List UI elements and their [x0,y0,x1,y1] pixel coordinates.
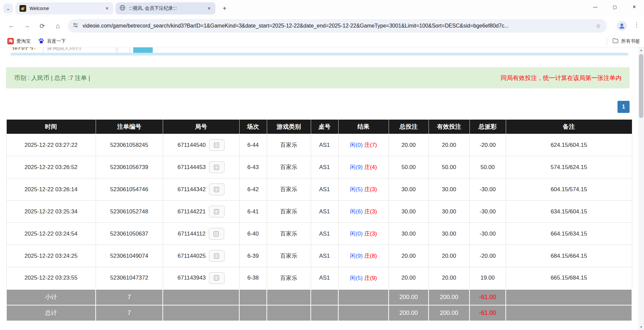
cell-result: 闲(5) 庄(9) [338,267,389,289]
col-result: 结果 [338,120,389,134]
cell-session: 6-42 [239,178,267,201]
cell-time: 2025-12-22 03:23:55 [6,267,96,289]
result-player: 闲(6) [350,208,363,215]
round-number: 671144025 [178,253,206,259]
cell-note: 604.15/574.15 [506,178,632,201]
tab-close-icon[interactable]: ✕ [206,5,212,11]
cell-table-no: AS1 [311,223,338,245]
new-tab-button[interactable]: + [220,4,229,13]
profile-avatar[interactable] [617,21,627,31]
table-row: 2025-12-22 03:27:22 523061058245 6711445… [6,134,632,156]
cell-round-no: 671144453 [163,156,239,178]
subtotal-valid-bet: 200.00 [429,289,469,305]
cell-total-bet[interactable]: 20.00 [389,267,429,289]
result-player: 闲(5) [350,275,363,281]
site-settings-icon[interactable] [72,22,79,30]
col-note: 备注 [506,120,632,134]
cell-total-bet[interactable]: 20.00 [389,245,429,267]
cell-result: 闲(0) 庄(7) [338,134,389,156]
tab-bet-records[interactable]: :::视讯, 会员下注纪录::: ✕ [115,2,215,14]
result-banker: 庄(7) [364,142,377,148]
cell-valid-bet: 30.00 [429,201,469,223]
col-table-no: 桌号 [311,120,338,134]
notice-text: 同局有效投注，统一计算在该局第一张注单内 [501,74,622,82]
cell-time: 2025-12-22 03:25:34 [6,201,96,223]
cell-result: 闲(5) 庄(3) [338,178,389,201]
subtotal-label: 小计 [6,289,96,305]
game-result-dice-button[interactable] [209,228,224,240]
baidu-paw-icon [38,38,44,45]
bookmarks-bar: 淘 爱淘宝 百度一下 所有书签 [0,35,644,47]
tab-close-icon[interactable]: ✕ [104,5,110,11]
address-bar[interactable]: videoie.com/game/betrecord_search/kind3?… [68,19,607,33]
vertical-scrollbar[interactable]: ▲ ▼ [638,47,644,330]
cell-payout: -30.00 [469,178,506,201]
browser-menu-icon[interactable]: ⋮ [634,21,640,29]
url-text[interactable]: videoie.com/game/betrecord_search/kind3?… [83,23,594,29]
scrollbar-thumb[interactable] [639,54,643,118]
cell-total-bet[interactable]: 30.00 [389,178,429,201]
table-row: 2025-12-22 03:25:34 523061052748 6711442… [6,201,632,223]
cell-table-no: AS1 [311,245,338,267]
cell-session: 6-40 [239,223,267,245]
bookmark-star-icon[interactable]: ☆ [594,22,602,30]
table-row: 2025-12-22 03:23:55 523061047372 6711439… [6,267,632,289]
home-icon[interactable]: ⌂ [51,19,64,33]
cell-total-bet[interactable]: 20.00 [389,134,429,156]
welcome-favicon-icon [19,5,26,12]
game-result-dice-button[interactable] [209,272,225,284]
result-player: 闲(9) [350,253,363,259]
table-header-row: 时间 注单编号 局号 场次 游戏类别 桌号 结果 总投注 有效投注 总派彩 备注 [6,120,632,134]
chevron-down-icon: ⌄ [6,6,10,11]
cell-result: 闲(0) 庄(3) [338,223,389,245]
close-button[interactable]: ✕ [625,0,644,13]
cell-round-no: 671144342 [163,178,239,201]
cell-valid-bet: 50.00 [429,156,469,178]
bookmark-baidu[interactable]: 百度一下 [38,38,66,45]
bet-records-table: 时间 注单编号 局号 场次 游戏类别 桌号 结果 总投注 有效投注 总派彩 备注… [6,119,632,321]
cell-valid-bet: 20.00 [429,267,469,289]
col-session: 场次 [239,120,267,134]
minimize-button[interactable]: — [586,0,605,13]
maximize-button[interactable]: ▢ [605,0,625,13]
cell-result: 闲(6) 庄(3) [338,201,389,223]
sort-field-label: 排列序号: [12,47,36,51]
back-icon[interactable]: ← [5,19,18,33]
reload-icon[interactable]: ⟳ [36,19,49,33]
round-number: 671144540 [178,142,206,149]
result-banker: 庄(3) [364,208,377,215]
game-result-dice-button[interactable] [209,206,225,217]
pagination-page-1[interactable]: 1 [617,101,630,113]
all-bookmarks-button[interactable]: 所有书签 [612,38,640,44]
scroll-up-icon[interactable]: ▲ [638,47,644,53]
forward-icon[interactable]: → [20,19,34,33]
table-row: 2025-12-22 03:24:54 523061050637 6711441… [6,223,632,245]
game-result-dice-button[interactable] [209,250,225,262]
cell-bet-no: 523061049074 [96,245,163,267]
cell-table-no: AS1 [311,156,338,178]
cell-total-bet[interactable]: 50.00 [389,156,429,178]
cell-note: 574.15/624.15 [506,156,632,178]
cell-session: 6-38 [239,267,267,289]
bookmark-aitaobao[interactable]: 淘 爱淘宝 [7,38,31,44]
scroll-down-icon[interactable]: ▼ [638,324,644,330]
globe-icon [119,5,126,12]
table-row: 2025-12-22 03:26:52 523061056739 6711444… [6,156,632,178]
cell-total-bet[interactable]: 30.00 [389,201,429,223]
game-result-dice-button[interactable] [209,161,225,173]
cell-table-no: AS1 [311,267,338,289]
col-game-type: 游戏类别 [267,120,311,134]
cell-table-no: AS1 [311,134,338,156]
cell-payout: -30.00 [469,223,506,245]
result-banker: 庄(3) [364,231,377,237]
cell-payout: -20.00 [469,245,506,267]
cell-time: 2025-12-22 03:24:25 [6,245,96,267]
game-result-dice-button[interactable] [209,139,225,151]
grand-total-payout: -61.00 [469,305,506,321]
tab-search-button[interactable]: ⌄ [3,4,13,13]
tab-welcome[interactable]: Welcome ✕ [15,2,113,14]
game-result-dice-button[interactable] [209,183,225,195]
tab-title: :::视讯, 会员下注纪录::: [129,5,206,11]
grand-total-label: 总计 [6,305,96,321]
cell-total-bet[interactable]: 30.00 [389,223,429,245]
